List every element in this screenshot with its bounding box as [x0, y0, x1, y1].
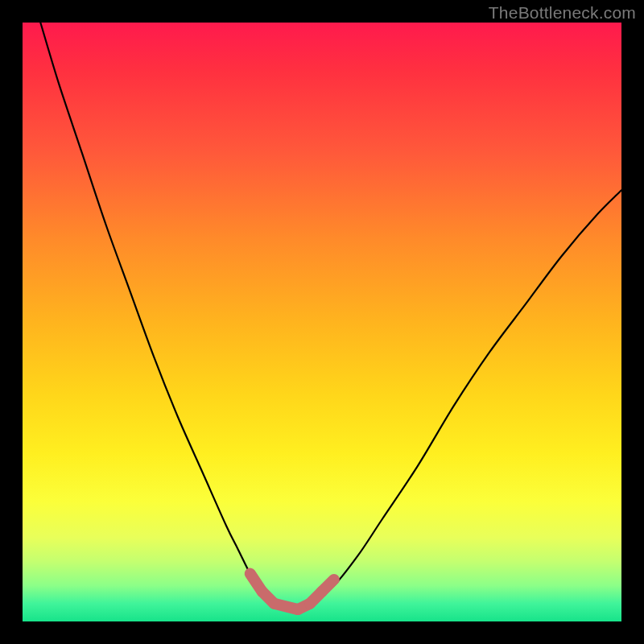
watermark-text: TheBottleneck.com: [489, 3, 636, 23]
chart-frame: TheBottleneck.com: [0, 0, 644, 644]
plot-area: [23, 23, 621, 621]
curve-svg: [23, 23, 621, 621]
highlight-segment: [322, 580, 334, 592]
bottleneck-curve: [40, 23, 621, 610]
highlight-markers: [250, 574, 334, 610]
